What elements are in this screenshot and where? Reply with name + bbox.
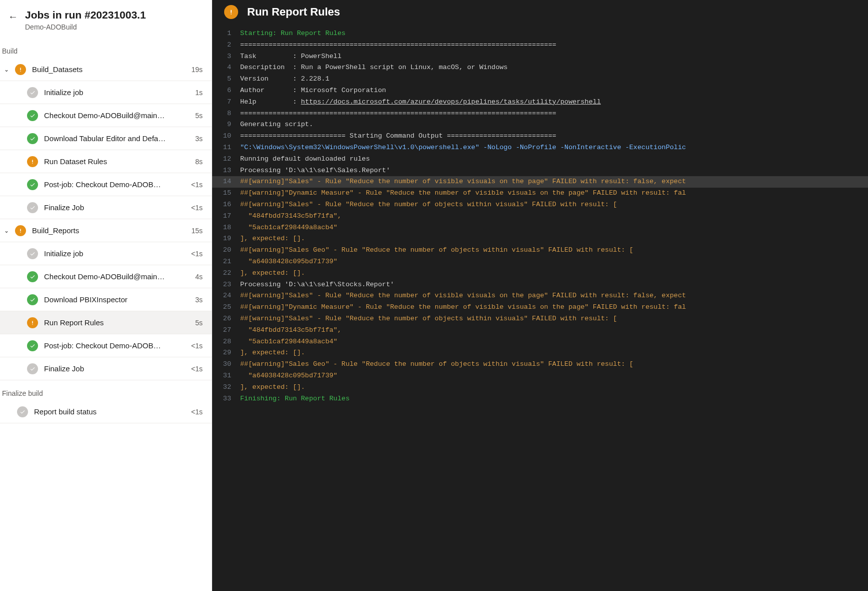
section-build-label: Build — [0, 44, 212, 58]
step-row[interactable]: Finalize Job<1s — [0, 196, 212, 219]
step-row[interactable]: Run Dataset Rules8s — [0, 150, 212, 173]
log-line[interactable]: 31 "a64038428c095bd71739" — [212, 370, 868, 382]
step-row[interactable]: Initialize job<1s — [0, 242, 212, 265]
line-text: ], expected: []. — [240, 347, 868, 359]
skipped-icon — [27, 248, 38, 259]
log-line[interactable]: 23Processing 'D:\a\1\self\Stocks.Report' — [212, 279, 868, 291]
line-number: 13 — [212, 165, 240, 177]
step-row[interactable]: Checkout Demo-ADOBuild@main…4s — [0, 265, 212, 288]
section-finalize-label: Finalize build — [0, 380, 212, 400]
stage-duration: 19s — [191, 66, 203, 74]
step-name: Checkout Demo-ADOBuild@main… — [44, 272, 195, 281]
log-line[interactable]: 11"C:\Windows\System32\WindowsPowerShell… — [212, 142, 868, 154]
log-line[interactable]: 28 "5acb1caf298449a8acb4" — [212, 336, 868, 348]
line-text: Finishing: Run Report Rules — [240, 393, 868, 405]
line-text: ##[warning]"Sales" - Rule "Reduce the nu… — [240, 290, 868, 302]
stage-row[interactable]: ⌄Build_Reports15s — [0, 219, 212, 242]
step-row[interactable]: Run Report Rules5s — [0, 311, 212, 334]
step-duration: <1s — [191, 408, 203, 416]
line-number: 22 — [212, 268, 240, 279]
line-number: 27 — [212, 325, 240, 336]
log-line[interactable]: 13Processing 'D:\a\1\self\Sales.Report' — [212, 165, 868, 177]
step-row[interactable]: Report build status<1s — [0, 400, 212, 423]
step-row[interactable]: Download Tabular Editor and Defa…3s — [0, 127, 212, 150]
log-line[interactable]: 32], expected: []. — [212, 382, 868, 393]
log-line[interactable]: 2=======================================… — [212, 40, 868, 51]
log-line[interactable]: 7Help : https://docs.microsoft.com/azure… — [212, 97, 868, 108]
step-row[interactable]: Initialize job1s — [0, 81, 212, 104]
log-line[interactable]: 25##[warning]"Dynamic Measure" - Rule "R… — [212, 302, 868, 313]
line-number: 31 — [212, 370, 240, 382]
line-text: ], expected: []. — [240, 233, 868, 245]
log-line[interactable]: 5Version : 2.228.1 — [212, 74, 868, 85]
step-duration: 3s — [195, 135, 203, 143]
log-line[interactable]: 21 "a64038428c095bd71739" — [212, 256, 868, 268]
svg-rect-5 — [20, 232, 21, 233]
line-text: "C:\Windows\System32\WindowsPowerShell\v… — [240, 142, 868, 154]
log-line[interactable]: 3Task : PowerShell — [212, 51, 868, 63]
log-line[interactable]: 18 "5acb1caf298449a8acb4" — [212, 222, 868, 234]
log-line[interactable]: 15##[warning]"Dynamic Measure" - Rule "R… — [212, 188, 868, 199]
log-line[interactable]: 9Generating script. — [212, 119, 868, 131]
line-text: ##[warning]"Sales" - Rule "Reduce the nu… — [240, 199, 868, 211]
log-line[interactable]: 29], expected: []. — [212, 347, 868, 359]
log-line[interactable]: 4Description : Run a PowerShell script o… — [212, 62, 868, 74]
line-text: Help : https://docs.microsoft.com/azure/… — [240, 97, 868, 108]
log-line[interactable]: 30##[warning]"Sales Geo" - Rule "Reduce … — [212, 359, 868, 370]
log-line[interactable]: 16##[warning]"Sales" - Rule "Reduce the … — [212, 199, 868, 211]
log-body[interactable]: 1Starting: Run Report Rules2============… — [212, 28, 868, 591]
skipped-icon — [27, 202, 38, 213]
line-text: Processing 'D:\a\1\self\Sales.Report' — [240, 165, 868, 177]
log-panel: Run Report Rules 1Starting: Run Report R… — [212, 0, 868, 591]
log-line[interactable]: 27 "484fbdd73143c5bf71fa", — [212, 325, 868, 336]
line-text: ##[warning]"Sales" - Rule "Reduce the nu… — [240, 313, 868, 325]
step-row[interactable]: Download PBIXInspector3s — [0, 288, 212, 311]
back-button[interactable]: ← — [8, 9, 18, 23]
step-name: Post-job: Checkout Demo-ADOB… — [44, 341, 191, 350]
log-line[interactable]: 22], expected: []. — [212, 268, 868, 279]
log-line[interactable]: 8=======================================… — [212, 108, 868, 120]
line-text: "5acb1caf298449a8acb4" — [240, 222, 868, 234]
line-text: ##[warning]"Dynamic Measure" - Rule "Red… — [240, 302, 868, 313]
step-duration: 1s — [195, 89, 203, 97]
step-row[interactable]: Checkout Demo-ADOBuild@main…5s — [0, 104, 212, 127]
line-text: Version : 2.228.1 — [240, 74, 868, 85]
line-text: "5acb1caf298449a8acb4" — [240, 336, 868, 348]
step-row[interactable]: Finalize Job<1s — [0, 357, 212, 380]
log-line[interactable]: 20##[warning]"Sales Geo" - Rule "Reduce … — [212, 245, 868, 256]
line-text: Running default downloaded rules — [240, 154, 868, 165]
chevron-down-icon[interactable]: ⌄ — [4, 66, 15, 73]
line-text: Description : Run a PowerShell script on… — [240, 62, 868, 74]
log-line[interactable]: 12Running default downloaded rules — [212, 154, 868, 165]
svg-rect-7 — [32, 324, 33, 325]
step-row[interactable]: Post-job: Checkout Demo-ADOB…<1s — [0, 334, 212, 357]
log-line[interactable]: 10========================== Starting Co… — [212, 131, 868, 142]
log-line[interactable]: 1Starting: Run Report Rules — [212, 28, 868, 40]
stage-row[interactable]: ⌄Build_Datasets19s — [0, 58, 212, 81]
line-text: Starting: Run Report Rules — [240, 28, 868, 40]
log-line[interactable]: 19], expected: []. — [212, 233, 868, 245]
success-icon — [27, 133, 38, 144]
line-number: 3 — [212, 51, 240, 63]
log-line[interactable]: 14##[warning]"Sales" - Rule "Reduce the … — [212, 176, 868, 188]
log-line[interactable]: 33Finishing: Run Report Rules — [212, 393, 868, 405]
line-number: 9 — [212, 119, 240, 131]
log-line[interactable]: 6Author : Microsoft Corporation — [212, 85, 868, 97]
line-number: 21 — [212, 256, 240, 268]
svg-rect-0 — [20, 68, 21, 70]
log-line[interactable]: 17 "484fbdd73143c5bf71fa", — [212, 211, 868, 222]
svg-rect-9 — [231, 14, 232, 15]
warning-icon — [15, 225, 26, 236]
log-line[interactable]: 24##[warning]"Sales" - Rule "Reduce the … — [212, 290, 868, 302]
step-name: Finalize Job — [44, 203, 191, 212]
line-number: 6 — [212, 85, 240, 97]
line-text: ========================================… — [240, 40, 868, 51]
chevron-down-icon[interactable]: ⌄ — [4, 227, 15, 234]
step-duration: <1s — [191, 250, 203, 258]
line-number: 28 — [212, 336, 240, 348]
help-link[interactable]: https://docs.microsoft.com/azure/devops/… — [301, 98, 601, 106]
step-row[interactable]: Post-job: Checkout Demo-ADOB…<1s — [0, 173, 212, 196]
line-text: ], expected: []. — [240, 268, 868, 279]
log-line[interactable]: 26##[warning]"Sales" - Rule "Reduce the … — [212, 313, 868, 325]
step-name: Report build status — [34, 407, 191, 416]
